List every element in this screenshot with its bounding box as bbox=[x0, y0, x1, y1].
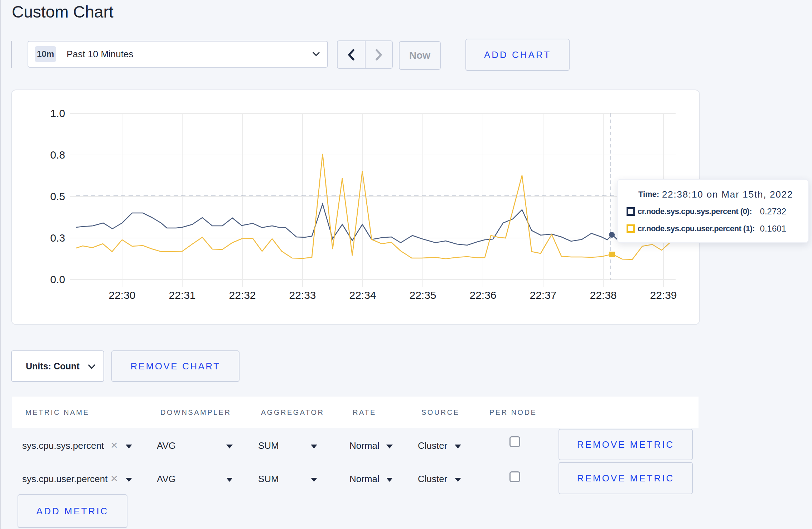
svg-text:22:33: 22:33 bbox=[289, 289, 316, 301]
svg-text:0.5: 0.5 bbox=[50, 190, 65, 202]
svg-text:0.3: 0.3 bbox=[50, 232, 65, 244]
svg-text:1.0: 1.0 bbox=[50, 107, 65, 119]
svg-text:0.8: 0.8 bbox=[50, 149, 65, 161]
svg-text:22:34: 22:34 bbox=[349, 289, 376, 301]
svg-text:22:36: 22:36 bbox=[469, 289, 496, 301]
svg-text:22:31: 22:31 bbox=[169, 289, 195, 301]
svg-text:22:35: 22:35 bbox=[409, 289, 436, 301]
svg-text:22:39: 22:39 bbox=[650, 289, 677, 301]
svg-text:22:32: 22:32 bbox=[229, 289, 256, 301]
svg-text:22:30: 22:30 bbox=[108, 289, 135, 301]
svg-text:0.0: 0.0 bbox=[50, 273, 65, 285]
svg-text:22:38: 22:38 bbox=[590, 289, 617, 301]
svg-text:22:37: 22:37 bbox=[530, 289, 556, 301]
